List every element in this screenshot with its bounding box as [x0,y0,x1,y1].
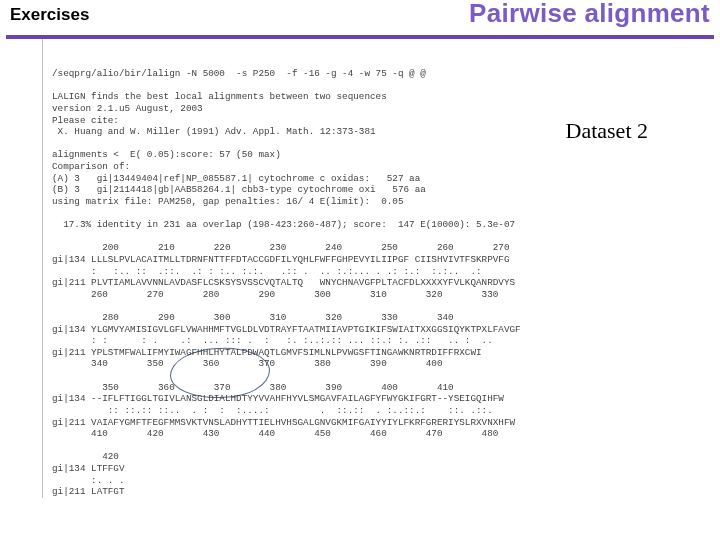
left-margin-rule [42,39,43,498]
aln-seq-a: gi|134 LLLSLPVLACAITMLLTDRNFNTTFFDTACCGD… [52,254,509,265]
sequence-a: (A) 3 gi|13449404|ref|NP_085587.1| cytoc… [52,173,420,184]
aln-seq-a: gi|134 --IFLFTIGGLTGIVLANSGLDIALHDTYYVVA… [52,393,504,404]
ruler: 260 270 280 290 300 310 320 330 [52,289,498,300]
terminal-output: /seqprg/alio/bir/lalign -N 5000 -s P250 … [0,39,720,498]
matrix-line: using matrix file: PAM250, gap penalties… [52,196,403,207]
aln-match: : : : . .: ... ::: . : :. :..:.:: ... ::… [52,335,493,346]
header-section-label: Exercises [10,5,89,25]
dataset-callout: Dataset 2 [566,118,648,144]
aln-match: :: ::.:: ::.. . : : :....: . ::.:: . :..… [52,405,493,416]
ruler: 410 420 430 440 450 460 470 480 [52,428,498,439]
ruler: 280 290 300 310 320 330 340 [52,312,454,323]
slide-header: Exercises Pairwise alignment [0,0,720,39]
aln-match: :. . . [52,475,125,486]
ruler: 420 [52,451,119,462]
aln-seq-b: gi|211 LATFGT [52,486,125,497]
aln-seq-a: gi|134 YLGMVYAMISIGVLGFLVWAHHMFTVGLDLVDT… [52,324,521,335]
aln-seq-b: gi|211 PLVTIAMLAVVNNLAVDASFLCSKSYSVSSCVQ… [52,277,515,288]
aln-seq-b: gi|211 VAIAFYGMFTFEGFMMSVKTVNSLADHYTTIEL… [52,417,515,428]
cite-label: Please cite: [52,115,119,126]
alignments-line: alignments < E( 0.05):score: 57 (50 max) [52,149,281,160]
command-line: /seqprg/alio/bir/lalign -N 5000 -s P250 … [52,68,426,79]
version-line: version 2.1.u5 August, 2003 [52,103,203,114]
comparison-label: Comparison of: [52,161,130,172]
aln-match: : :.. :: .::. .: : :.. :.:. .:: . .. :.:… [52,266,482,277]
sequence-b: (B) 3 gi|2114418|gb|AAB58264.1| cbb3-typ… [52,184,426,195]
page-title: Pairwise alignment [469,0,710,29]
ruler: 350 360 370 380 390 400 410 [52,382,454,393]
ruler: 200 210 220 230 240 250 260 270 [52,242,509,253]
identity-line: 17.3% identity in 231 aa overlap (198-42… [52,219,515,230]
cite-ref: X. Huang and W. Miller (1991) Adv. Appl.… [52,126,376,137]
ruler: 340 350 360 370 380 390 400 [52,358,443,369]
aln-seq-b: gi|211 YPLSTMFWALIFMYIWAGFHHLHYTALPDWAQT… [52,347,482,358]
aln-seq-a: gi|134 LTFFGV [52,463,125,474]
intro-line: LALIGN finds the best local alignments b… [52,91,387,102]
